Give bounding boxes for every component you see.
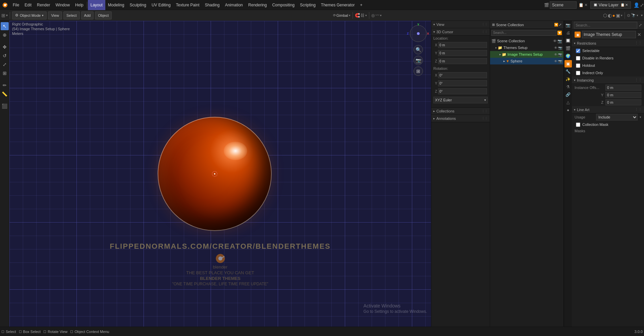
camera-view-btn[interactable]: 📷 (414, 56, 423, 65)
view-layer-btn[interactable]: 🔲 View Layer 📋 ✕ (590, 1, 631, 9)
workspace-uv-editing[interactable]: UV Editing (149, 0, 173, 10)
material-props-btn[interactable]: ● (565, 106, 572, 114)
instance-offset-x-value[interactable]: 0 m (605, 85, 641, 91)
selectable-checkbox[interactable] (576, 49, 580, 53)
workspace-scripting[interactable]: Scripting (297, 0, 318, 10)
scene-copy-icon[interactable]: 📋 (579, 3, 584, 7)
sc-filter-btn[interactable]: 🔽 (557, 31, 562, 35)
image-themes-eye[interactable]: 👁 (554, 53, 557, 56)
scene-close-icon[interactable]: ✕ (584, 3, 588, 7)
obj-name-close-icon[interactable]: ✕ (637, 32, 641, 37)
select-btn[interactable]: Select (63, 11, 80, 19)
props-search-input[interactable] (574, 22, 637, 29)
object-btn[interactable]: Object (95, 11, 112, 19)
instance-offset-z-value[interactable]: 0 m (605, 99, 641, 105)
line-art-section-header[interactable]: ▾ Line Art ⋮⋮ (572, 106, 644, 113)
constraints-props-btn[interactable]: 🔗 (565, 91, 572, 98)
sc-expand-icon[interactable]: ⤢ (559, 23, 561, 27)
themes-render[interactable]: 📷 (558, 46, 562, 50)
view-layer-close[interactable]: ✕ (625, 3, 628, 7)
view-layer-copy[interactable]: 📋 (621, 3, 625, 7)
menu-help[interactable]: Help (72, 0, 86, 10)
workspace-animation[interactable]: Animation (222, 0, 246, 10)
view-btn[interactable]: View (48, 11, 62, 19)
themes-eye[interactable]: 👁 (554, 46, 557, 50)
workspace-layout[interactable]: Layout (88, 0, 105, 10)
expand-icon[interactable]: ⤢ (640, 2, 644, 8)
workspace-themes-generator[interactable]: Themes Generator (318, 0, 358, 10)
sc-filter-icon[interactable]: 🔽 (554, 23, 558, 27)
instancing-section-header[interactable]: ▾ Instancing ⋮⋮ (572, 77, 644, 84)
view-layer-props-btn[interactable]: 🔲 (565, 37, 572, 44)
render-props-btn[interactable]: 📷 (565, 21, 572, 29)
scene-input[interactable] (550, 1, 577, 9)
annotate-btn[interactable]: ✏ (1, 81, 9, 89)
collections-section-header[interactable]: ▸ Collections ⋮⋮ (431, 107, 490, 115)
root-eye-icon[interactable]: 👁 (553, 39, 557, 43)
viewport-shading[interactable]: ⬡ ◐ ● ▣ ▾ (603, 13, 623, 18)
move-tool-btn[interactable]: ✥ (1, 43, 9, 51)
measure-btn[interactable]: 📏 (1, 90, 9, 98)
add-btn[interactable]: Add (81, 11, 94, 19)
scale-tool-btn[interactable]: ⤢ (1, 60, 9, 68)
transform-orientation[interactable]: ⟳ Gimbal ▾ (333, 13, 351, 17)
menu-edit[interactable]: Edit (22, 0, 34, 10)
particles-props-btn[interactable]: ✨ (565, 76, 572, 83)
image-themes-setup-item[interactable]: ▸ 📁 Image Themes Setup 👁 📷 (490, 51, 564, 58)
loc-y-value[interactable]: 0 m (438, 50, 487, 56)
scene-collection-root[interactable]: 🎬 Scene Collection 👁 📷 (490, 38, 564, 44)
workspace-compositing[interactable]: Compositing (269, 0, 297, 10)
xyz-euler-dropdown[interactable]: XYZ Euler ▾ (433, 97, 488, 103)
menu-window[interactable]: Window (53, 0, 72, 10)
sc-search-input[interactable] (491, 30, 556, 36)
snap-area[interactable]: 🧲 ⛓ ▾ (355, 13, 367, 18)
rotate-view-item[interactable]: ◻ Rotate View (43, 329, 67, 334)
viewport-options[interactable]: ▾ (641, 13, 643, 17)
object-mode-btn[interactable]: ⚙ Object Mode ▾ (12, 11, 47, 19)
modifier-props-btn[interactable]: 🔧 (565, 68, 572, 75)
rotate-tool-btn[interactable]: ↺ (1, 52, 9, 60)
physics-props-btn[interactable]: ⚗ (565, 83, 572, 91)
output-props-btn[interactable]: 🖨 (565, 29, 572, 37)
object-props-btn[interactable]: ▣ (565, 60, 572, 67)
view-section-header[interactable]: ▾ View ⋮⋮ (431, 21, 490, 28)
user-icon[interactable]: 👤 (634, 2, 639, 8)
root-render-icon[interactable]: 📷 (557, 39, 562, 43)
select-tool-btn[interactable]: ↖ (1, 22, 9, 30)
rot-x-value[interactable]: 0° (438, 72, 487, 78)
workspace-texture-paint[interactable]: Texture Paint (173, 0, 202, 10)
workspace-modeling[interactable]: Modeling (105, 0, 127, 10)
collection-mask-checkbox[interactable] (576, 123, 580, 127)
instance-offset-y-value[interactable]: 0 m (605, 92, 641, 98)
proportional-edit[interactable]: ◎ 〰 ▾ (371, 13, 382, 18)
loc-x-value[interactable]: 0 m (438, 42, 487, 48)
sphere-render[interactable]: 📷 (558, 59, 562, 63)
rot-y-value[interactable]: 0° (438, 80, 487, 86)
box-select-item[interactable]: ◻ Box Select (19, 329, 41, 334)
object-name-input[interactable] (582, 31, 636, 38)
grid-btn[interactable]: ⊞ (414, 66, 423, 76)
overlay-controls[interactable]: ⊙ 🔭 ▾ (627, 13, 638, 18)
usage-select[interactable]: Include Exclude Occlusion Only (596, 114, 638, 121)
select-item[interactable]: ◻ Select (1, 329, 16, 334)
menu-render[interactable]: Render (34, 0, 53, 10)
workspace-sculpting[interactable]: Sculpting (127, 0, 149, 10)
rot-z-value[interactable]: 0° (438, 88, 487, 94)
nav-gizmo[interactable]: X Y Z (408, 23, 428, 44)
indirect-only-checkbox[interactable] (576, 71, 580, 75)
workspace-rendering[interactable]: Rendering (246, 0, 269, 10)
viewport[interactable]: Right Orthographic (54) Image Themes Set… (9, 21, 431, 327)
restrictions-section-header[interactable]: ▾ Restrictions ⋮⋮ (572, 40, 644, 47)
sphere-eye[interactable]: 👁 (554, 59, 557, 63)
disable-renders-checkbox[interactable] (576, 56, 580, 60)
transform-tool-btn[interactable]: ⊞ (1, 69, 9, 77)
themes-setup-item[interactable]: ▸ 📁 Themes Setup 👁 📷 (490, 44, 564, 51)
props-expand-icon[interactable]: ⤢ (639, 23, 642, 28)
context-menu-item[interactable]: ◻ Object Context Menu (70, 329, 109, 334)
workspace-shading[interactable]: Shading (202, 0, 222, 10)
add-workspace[interactable]: + (358, 0, 365, 10)
annotations-section-header[interactable]: ▸ Annotations ⋮⋮ (431, 115, 490, 122)
cursor-section-header[interactable]: ▾ 3D Cursor ⋮⋮ (431, 28, 490, 36)
menu-file[interactable]: File (10, 0, 22, 10)
image-themes-render[interactable]: 📷 (558, 53, 562, 56)
